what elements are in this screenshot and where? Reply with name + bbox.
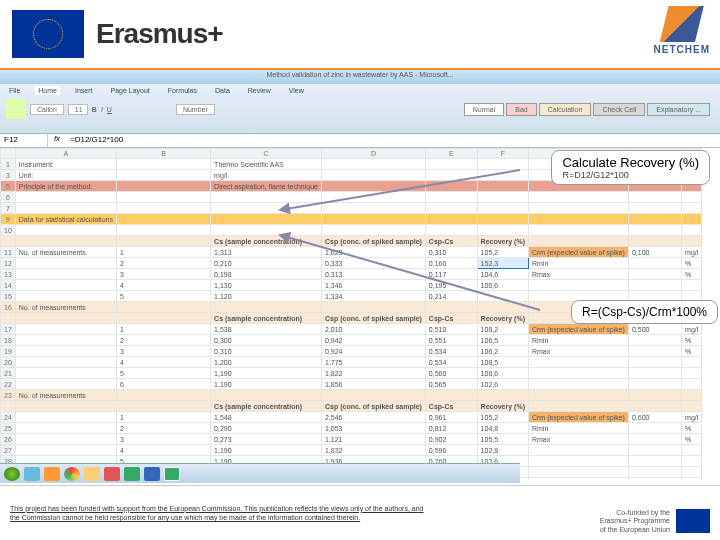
cell[interactable]: 0,961	[425, 412, 477, 423]
cell[interactable]	[116, 192, 210, 203]
column-header[interactable]: B	[116, 149, 210, 159]
cell[interactable]	[628, 269, 681, 280]
cell[interactable]	[528, 203, 628, 214]
cell[interactable]	[15, 423, 116, 434]
cell-style-4[interactable]: Explanatory ...	[647, 103, 710, 116]
cell[interactable]: %	[682, 423, 702, 434]
cell[interactable]: 5	[116, 291, 210, 302]
cell[interactable]: 104,8	[477, 423, 528, 434]
cell[interactable]	[425, 390, 477, 401]
cell[interactable]: 108,5	[477, 357, 528, 368]
cell[interactable]: mg/l	[682, 324, 702, 335]
cell[interactable]	[15, 368, 116, 379]
cell[interactable]: 2	[116, 335, 210, 346]
cell[interactable]: 0,500	[628, 324, 681, 335]
cell[interactable]: 0,924	[322, 346, 426, 357]
cell[interactable]: 0,534	[425, 357, 477, 368]
excel-task-icon[interactable]	[164, 467, 180, 481]
row-header[interactable]: 16	[1, 302, 16, 313]
cell[interactable]: 1,856	[322, 379, 426, 390]
cell[interactable]	[15, 203, 116, 214]
ribbon-tab-review[interactable]: Review	[245, 86, 274, 95]
cell[interactable]	[116, 225, 210, 236]
cell[interactable]: No. of measurements	[15, 302, 116, 313]
cell[interactable]: 1,190	[211, 445, 322, 456]
cell[interactable]: 1,775	[322, 357, 426, 368]
cell[interactable]: Unit:	[15, 170, 116, 181]
cell-style-1[interactable]: Bad	[506, 103, 536, 116]
cell[interactable]	[528, 401, 628, 412]
cell[interactable]: 2	[116, 258, 210, 269]
row-header[interactable]: 26	[1, 434, 16, 445]
italic-button[interactable]: I	[101, 106, 103, 113]
cell[interactable]: %	[682, 434, 702, 445]
row-header[interactable]: 17	[1, 324, 16, 335]
folder-icon[interactable]	[84, 467, 100, 481]
cell[interactable]	[682, 357, 702, 368]
cell[interactable]: 0,310	[211, 346, 322, 357]
cell[interactable]	[682, 456, 702, 467]
cell[interactable]: 1,548	[211, 412, 322, 423]
row-header[interactable]: 1	[1, 159, 16, 170]
cell[interactable]: 1,200	[211, 357, 322, 368]
row-header[interactable]: 14	[1, 280, 16, 291]
cell[interactable]: mg/l	[682, 247, 702, 258]
excel-icon[interactable]	[124, 467, 140, 481]
cell[interactable]: 3	[116, 346, 210, 357]
row-header[interactable]: 6	[1, 192, 16, 203]
cell[interactable]	[528, 456, 628, 467]
row-header[interactable]: 12	[1, 258, 16, 269]
cell[interactable]	[15, 379, 116, 390]
cell-style-0[interactable]: Normal	[464, 103, 505, 116]
cell[interactable]: 0,534	[425, 346, 477, 357]
cell[interactable]	[528, 390, 628, 401]
column-header[interactable]: C	[211, 149, 322, 159]
cell-style-2[interactable]: Calculation	[539, 103, 592, 116]
cell[interactable]: 0,551	[425, 335, 477, 346]
row-header[interactable]: 5	[1, 181, 16, 192]
cell[interactable]: 1,190	[211, 368, 322, 379]
row-header[interactable]: 9	[1, 214, 16, 225]
cell[interactable]	[628, 258, 681, 269]
cell[interactable]	[15, 445, 116, 456]
cell[interactable]: 5	[116, 368, 210, 379]
cell[interactable]	[322, 390, 426, 401]
cell[interactable]: Recovery (%)	[477, 401, 528, 412]
cell[interactable]: Rmax	[528, 346, 628, 357]
cell[interactable]: %	[682, 346, 702, 357]
cell[interactable]: 0,273	[211, 434, 322, 445]
cell[interactable]	[116, 401, 210, 412]
cell[interactable]	[211, 390, 322, 401]
cell[interactable]	[116, 170, 210, 181]
column-header[interactable]	[1, 149, 16, 159]
cell[interactable]	[116, 159, 210, 170]
cell[interactable]	[628, 368, 681, 379]
cell[interactable]: 1,538	[211, 324, 322, 335]
cell[interactable]: 0,812	[425, 423, 477, 434]
cell[interactable]	[628, 379, 681, 390]
row-header[interactable]: 20	[1, 357, 16, 368]
cell[interactable]: 4	[116, 280, 210, 291]
cell[interactable]	[15, 291, 116, 302]
cell[interactable]: 105,2	[477, 412, 528, 423]
row-header[interactable]: 24	[1, 412, 16, 423]
cell[interactable]: Rmin	[528, 423, 628, 434]
ribbon-tab-formulas[interactable]: Formulas	[165, 86, 200, 95]
row-header[interactable]: 7	[1, 203, 16, 214]
cell[interactable]	[682, 390, 702, 401]
cell[interactable]: 0,600	[628, 412, 681, 423]
firefox-icon[interactable]	[44, 467, 60, 481]
cell[interactable]: 0,942	[322, 335, 426, 346]
cell[interactable]	[628, 445, 681, 456]
ribbon-tab-view[interactable]: View	[286, 86, 307, 95]
cell[interactable]: 108,2	[477, 324, 528, 335]
cell[interactable]	[116, 236, 210, 247]
cell[interactable]: 1	[116, 247, 210, 258]
fx-icon[interactable]: fx	[48, 134, 66, 147]
cell[interactable]: 106,5	[477, 335, 528, 346]
cell[interactable]: 2	[116, 423, 210, 434]
ribbon-tab-page-layout[interactable]: Page Layout	[107, 86, 152, 95]
row-header[interactable]: 21	[1, 368, 16, 379]
row-header[interactable]: 13	[1, 269, 16, 280]
cell[interactable]	[628, 335, 681, 346]
